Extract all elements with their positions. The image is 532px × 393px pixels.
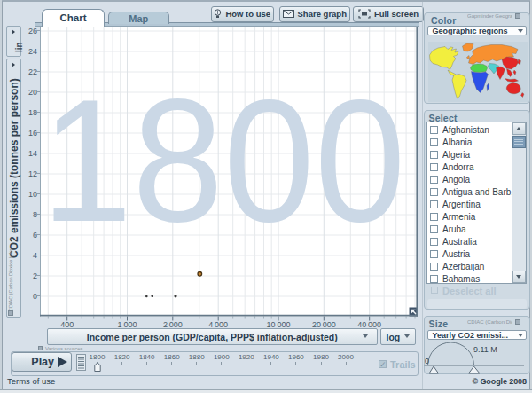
svg-text:1800: 1800 [42,63,406,257]
svg-text:0: 0 [425,357,429,365]
svg-text:9.11 M: 9.11 M [473,345,497,354]
